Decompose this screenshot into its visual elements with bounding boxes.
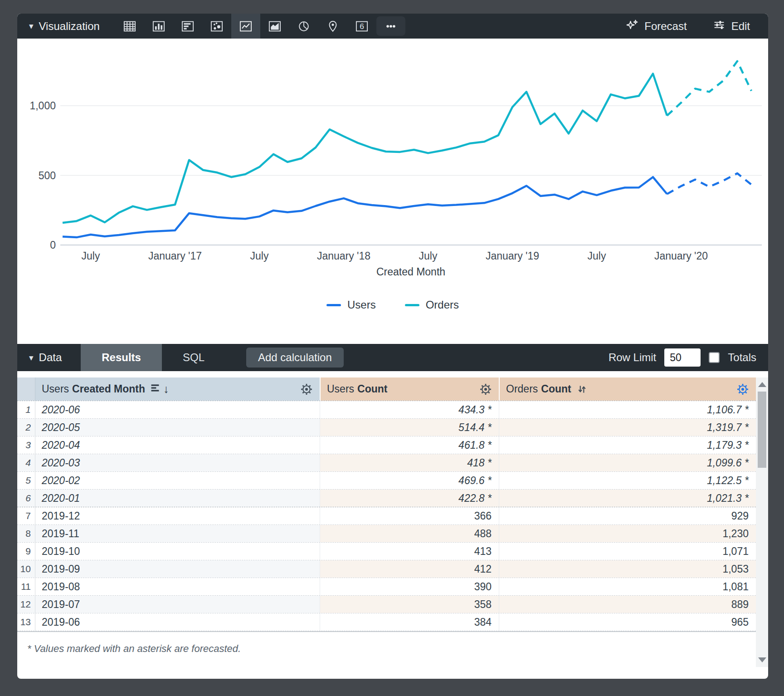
row-number: 9 (17, 543, 35, 560)
chevron-down-icon: ▾ (29, 21, 34, 31)
tab-results[interactable]: Results (81, 344, 162, 371)
column-header-orders-count[interactable]: Orders Count (499, 377, 756, 401)
table-row: 122019-07358889 (17, 596, 756, 613)
totals-label: Totals (728, 351, 756, 364)
row-number: 6 (17, 490, 35, 507)
scroll-down-icon[interactable] (758, 657, 766, 662)
legend-swatch (405, 304, 419, 306)
cell-created-month: 2020-03 (35, 454, 320, 471)
cell-users-count: 434.3 * (320, 401, 499, 418)
cell-orders-count: 965 (499, 613, 756, 631)
table-body: 12020-06434.3 *1,106.7 *22020-05514.4 *1… (17, 401, 756, 631)
cell-orders-count: 1,081 (499, 578, 756, 595)
table-chart-icon[interactable] (115, 14, 144, 39)
cell-created-month: 2020-04 (35, 436, 320, 454)
sort-desc-arrow-icon: ↓ (163, 382, 169, 396)
svg-text:January '19: January '19 (486, 250, 539, 262)
data-section-toggle[interactable]: ▾ Data (17, 344, 81, 371)
svg-text:500: 500 (39, 170, 56, 181)
cell-users-count: 358 (320, 596, 499, 613)
cell-created-month: 2019-12 (35, 507, 320, 524)
scrollbar-thumb[interactable] (758, 392, 766, 468)
cell-created-month: 2019-11 (35, 525, 320, 542)
svg-text:Created Month: Created Month (376, 266, 445, 278)
visualization-section-toggle[interactable]: ▾ Visualization (17, 14, 115, 39)
scatter-chart-icon[interactable] (202, 14, 231, 39)
more-chart-types-icon[interactable] (376, 16, 405, 36)
svg-text:January '17: January '17 (148, 250, 202, 262)
edit-button[interactable]: Edit (712, 18, 750, 34)
forecast-button[interactable]: Forecast (625, 18, 687, 34)
results-table-area: Users Created Month ↓ (17, 371, 768, 679)
cell-orders-count: 1,053 (499, 560, 756, 578)
cell-created-month: 2019-07 (35, 596, 320, 613)
gear-icon-active[interactable] (736, 382, 750, 396)
legend-swatch (326, 304, 341, 306)
column-chart-icon[interactable] (144, 14, 173, 39)
legend-item[interactable]: Orders (405, 299, 459, 311)
pie-chart-icon[interactable] (289, 14, 318, 39)
cell-orders-count: 1,106.7 * (499, 401, 756, 418)
cell-users-count: 390 (320, 578, 499, 595)
legend-item[interactable]: Users (326, 299, 376, 311)
row-number: 10 (17, 560, 35, 578)
legend-label: Orders (426, 299, 459, 311)
cell-created-month: 2019-06 (35, 613, 320, 631)
scroll-up-icon[interactable] (758, 382, 766, 387)
bar-chart-icon[interactable] (173, 14, 202, 39)
svg-text:1,000: 1,000 (29, 100, 56, 112)
svg-text:July: July (250, 250, 269, 262)
cell-users-count: 412 (320, 560, 499, 578)
legend-label: Users (347, 299, 376, 311)
cell-created-month: 2019-08 (35, 578, 320, 595)
cell-created-month: 2020-01 (35, 490, 320, 507)
cell-users-count: 514.4 * (320, 419, 499, 436)
table-scrollbar[interactable] (756, 377, 768, 667)
cell-orders-count: 1,179.3 * (499, 436, 756, 454)
row-limit-input[interactable] (664, 348, 701, 367)
table-header-row: Users Created Month ↓ (17, 377, 756, 401)
table-row: 132019-06384965 (17, 613, 756, 631)
row-number: 1 (17, 401, 35, 418)
table-row: 102019-094121,053 (17, 560, 756, 578)
svg-text:July: July (419, 250, 438, 262)
chart-section: 05001,000JulyJanuary '17JulyJanuary '18J… (17, 39, 768, 344)
row-number: 8 (17, 525, 35, 542)
cell-orders-count: 1,230 (499, 525, 756, 542)
cell-orders-count: 1,071 (499, 543, 756, 560)
svg-text:July: July (588, 250, 606, 262)
visualization-toolbar: ▾ Visualization (17, 14, 768, 39)
single-value-icon[interactable]: 6 (347, 14, 376, 39)
table-row: 82019-114881,230 (17, 525, 756, 543)
svg-text:January '20: January '20 (654, 250, 708, 262)
forecast-footnote: * Values marked with an asterisk are for… (27, 643, 768, 655)
data-label: Data (39, 351, 62, 364)
cell-orders-count: 1,319.7 * (499, 419, 756, 436)
table-row: 42020-03418 *1,099.6 * (17, 454, 756, 472)
table-row: 112019-083901,081 (17, 578, 756, 596)
svg-text:July: July (82, 250, 100, 262)
row-number: 7 (17, 507, 35, 524)
row-number: 2 (17, 419, 35, 436)
gear-icon[interactable] (479, 382, 492, 396)
cell-created-month: 2019-09 (35, 560, 320, 578)
explore-card: ▾ Visualization (17, 14, 768, 679)
gear-icon[interactable] (300, 382, 313, 396)
cell-users-count: 384 (320, 613, 499, 631)
area-chart-icon[interactable] (260, 14, 289, 39)
chevron-down-icon: ▾ (29, 353, 34, 363)
column-header-users-count[interactable]: Users Count (320, 377, 499, 401)
data-toolbar: ▾ Data Results SQL Add calculation Row L… (17, 344, 768, 371)
totals-checkbox[interactable] (709, 352, 720, 363)
row-number: 13 (17, 613, 35, 631)
line-chart-icon[interactable] (231, 14, 260, 39)
cell-users-count: 469.6 * (320, 472, 499, 489)
column-header-created-month[interactable]: Users Created Month ↓ (35, 377, 320, 401)
map-pin-icon[interactable] (318, 14, 347, 39)
cell-users-count: 418 * (320, 454, 499, 471)
table-end-divider (17, 631, 756, 632)
add-calculation-button[interactable]: Add calculation (246, 348, 344, 368)
cell-orders-count: 1,099.6 * (499, 454, 756, 471)
cell-created-month: 2020-06 (35, 401, 320, 418)
tab-sql[interactable]: SQL (162, 344, 225, 371)
